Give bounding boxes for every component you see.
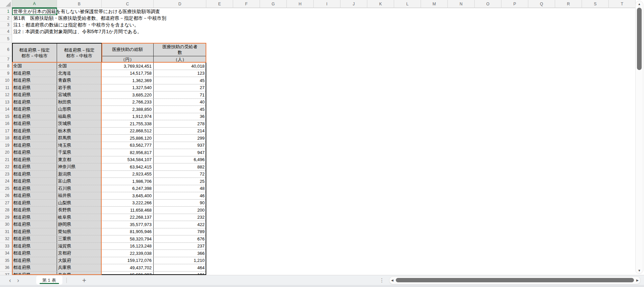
cell-region-type[interactable]: 都道府県 bbox=[12, 149, 57, 156]
column-header-G[interactable]: G bbox=[260, 0, 287, 8]
header-cell-region-a[interactable]: 都道府県－指定都市－中核市 bbox=[12, 43, 57, 63]
cell-prefecture[interactable]: 愛知県 bbox=[57, 228, 102, 235]
row-header-12[interactable]: 12 bbox=[0, 91, 12, 99]
cell-amount[interactable]: 22,268,137 bbox=[102, 214, 154, 221]
cell-prefecture[interactable]: 長野県 bbox=[57, 207, 102, 214]
cell-prefecture[interactable]: 岐阜県 bbox=[57, 214, 102, 221]
row-header-18[interactable]: 18 bbox=[0, 135, 12, 142]
cell-prefecture[interactable]: 青森県 bbox=[57, 77, 102, 84]
cell-recipients[interactable]: 90 bbox=[154, 200, 206, 207]
column-header-B[interactable]: B bbox=[57, 0, 102, 8]
cell-region-type[interactable]: 都道府県 bbox=[12, 77, 57, 84]
cell-recipients[interactable]: 464 bbox=[154, 264, 206, 271]
row-header-33[interactable]: 33 bbox=[0, 243, 12, 250]
cell-prefecture[interactable]: 新潟県 bbox=[57, 171, 102, 178]
column-header-P[interactable]: P bbox=[501, 0, 528, 8]
cell-recipients[interactable]: 40,018 bbox=[154, 63, 206, 70]
row-header-13[interactable]: 13 bbox=[0, 99, 12, 106]
cell-amount[interactable]: 35,577,973 bbox=[102, 221, 154, 228]
cell-amount[interactable]: 22,339,038 bbox=[102, 250, 154, 257]
cell-recipients[interactable]: 937 bbox=[154, 142, 206, 149]
cell-recipients[interactable]: 36 bbox=[154, 113, 206, 120]
row-header-27[interactable]: 27 bbox=[0, 200, 12, 207]
column-header-J[interactable]: J bbox=[340, 0, 367, 8]
select-all-corner[interactable] bbox=[0, 0, 12, 8]
row-header-7[interactable]: 7 bbox=[0, 56, 12, 63]
cell-amount[interactable]: 2,388,850 bbox=[102, 106, 154, 113]
scroll-left-icon[interactable]: ◀ bbox=[389, 279, 395, 282]
cell-recipients[interactable]: 27 bbox=[154, 84, 206, 91]
row-header-36[interactable]: 36 bbox=[0, 264, 12, 272]
cell-recipients[interactable]: 46 bbox=[154, 192, 206, 199]
cell-recipients[interactable]: 232 bbox=[154, 214, 206, 221]
title-cell-a2[interactable]: 第1表 医療扶助額・医療扶助受給者数、都道府県－指定都市－中核市別 bbox=[13, 15, 166, 21]
row-header-28[interactable]: 28 bbox=[0, 207, 12, 214]
row-header-23[interactable]: 23 bbox=[0, 171, 12, 178]
cell-amount[interactable]: 14,517,758 bbox=[102, 70, 154, 77]
row-header-4[interactable]: 4 bbox=[0, 28, 12, 35]
tab-scroll-splitter-handle[interactable]: ⋮ bbox=[379, 277, 384, 283]
cell-region-type[interactable]: 都道府県 bbox=[12, 207, 57, 214]
row-header-8[interactable]: 8 bbox=[0, 63, 12, 70]
header-cell-amount[interactable]: 医療扶助の総額 bbox=[102, 43, 154, 56]
cell-prefecture[interactable]: 宮城県 bbox=[57, 91, 102, 98]
column-header-L[interactable]: L bbox=[394, 0, 421, 8]
cell-region-type[interactable]: 都道府県 bbox=[12, 142, 57, 149]
cell-recipients[interactable]: 214 bbox=[154, 128, 206, 135]
cell-region-type[interactable]: 都道府県 bbox=[12, 257, 57, 264]
cell-amount[interactable]: 49,437,702 bbox=[102, 264, 154, 271]
vertical-scrollbar[interactable]: ▲ ▼ bbox=[635, 1, 643, 274]
cell-recipients[interactable]: 25 bbox=[154, 178, 206, 185]
cell-prefecture[interactable]: 東京都 bbox=[57, 156, 102, 163]
cell-prefecture[interactable]: 静岡県 bbox=[57, 221, 102, 228]
cell-prefecture[interactable]: 群馬県 bbox=[57, 135, 102, 142]
cell-amount[interactable]: 63,942,415 bbox=[102, 163, 154, 170]
row-header-15[interactable]: 15 bbox=[0, 113, 12, 121]
row-header-34[interactable]: 34 bbox=[0, 250, 12, 257]
title-cell-a3[interactable]: 注1：都道府県の数値には指定都市・中核市分を含まない。 bbox=[13, 21, 139, 28]
cell-amount[interactable]: 1,986,706 bbox=[102, 178, 154, 185]
column-header-O[interactable]: O bbox=[475, 0, 501, 8]
row-header-25[interactable]: 25 bbox=[0, 185, 12, 193]
row-header-10[interactable]: 10 bbox=[0, 77, 12, 84]
cell-recipients[interactable]: 45 bbox=[154, 106, 206, 113]
row-header-9[interactable]: 9 bbox=[0, 70, 12, 77]
sheet-grid[interactable]: 世帯主が日本の国籍を有しない被保護世帯における医療扶助額等調査第1表 医療扶助額… bbox=[12, 8, 644, 275]
prev-sheet-button[interactable]: ‹ bbox=[6, 276, 14, 285]
cell-recipients[interactable]: 191 bbox=[154, 272, 206, 275]
header-cell-recipients-unit[interactable]: （人） bbox=[154, 56, 206, 63]
sheet-tab-active[interactable]: 第１表 bbox=[36, 276, 62, 285]
row-header-3[interactable]: 3 bbox=[0, 21, 12, 28]
cell-region-type[interactable]: 都道府県 bbox=[12, 221, 57, 228]
cell-amount[interactable]: 2,923,455 bbox=[102, 171, 154, 178]
cell-amount[interactable]: 3,222,266 bbox=[102, 200, 154, 207]
cell-region-type[interactable]: 都道府県 bbox=[12, 264, 57, 271]
cell-prefecture[interactable]: 茨城県 bbox=[57, 120, 102, 127]
cell-amount[interactable]: 534,584,107 bbox=[102, 156, 154, 163]
cell-prefecture[interactable]: 福島県 bbox=[57, 113, 102, 120]
column-header-T[interactable]: T bbox=[609, 0, 636, 8]
cell-prefecture[interactable]: 滋賀県 bbox=[57, 243, 102, 250]
row-header-21[interactable]: 21 bbox=[0, 156, 12, 164]
cell-prefecture[interactable]: 全国 bbox=[57, 63, 102, 70]
scroll-down-icon[interactable]: ▼ bbox=[636, 269, 643, 272]
row-header-1[interactable]: 1 bbox=[0, 8, 12, 15]
cell-prefecture[interactable]: 千葉県 bbox=[57, 149, 102, 156]
cell-amount[interactable]: 25,886,120 bbox=[102, 135, 154, 142]
cell-amount[interactable]: 159,172,076 bbox=[102, 257, 154, 264]
header-cell-recipients[interactable]: 医療扶助の受給者数 bbox=[154, 43, 206, 56]
scroll-up-icon[interactable]: ▲ bbox=[636, 2, 643, 6]
fill-handle[interactable] bbox=[55, 13, 58, 15]
cell-region-type[interactable]: 都道府県 bbox=[12, 128, 57, 135]
cell-region-type[interactable]: 都道府県 bbox=[12, 163, 57, 170]
cell-prefecture[interactable]: 富山県 bbox=[57, 178, 102, 185]
cell-region-type[interactable]: 都道府県 bbox=[12, 200, 57, 207]
column-header-H[interactable]: H bbox=[287, 0, 314, 8]
cell-amount[interactable]: 3,685,220 bbox=[102, 91, 154, 98]
cell-recipients[interactable]: 366 bbox=[154, 250, 206, 257]
cell-prefecture[interactable]: 埼玉県 bbox=[57, 142, 102, 149]
scroll-right-icon[interactable]: ▶ bbox=[635, 279, 640, 282]
cell-prefecture[interactable]: 石川県 bbox=[57, 185, 102, 192]
cell-region-type[interactable]: 都道府県 bbox=[12, 243, 57, 250]
vertical-scrollbar-thumb[interactable] bbox=[637, 8, 642, 70]
